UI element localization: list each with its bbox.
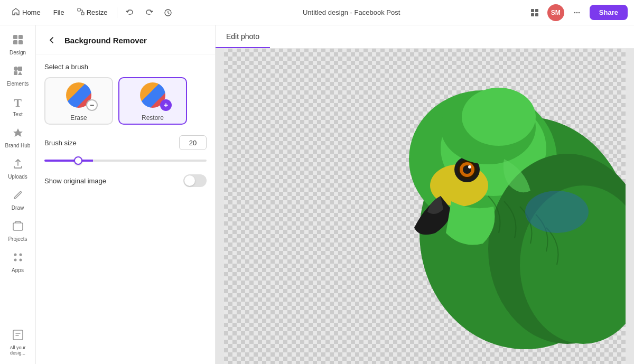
svg-point-22	[19, 259, 22, 262]
toggle-row: Show original image	[44, 174, 207, 187]
brush-size-slider[interactable]	[44, 160, 207, 162]
svg-rect-13	[18, 40, 23, 44]
sidebar-draw-label: Draw	[12, 205, 24, 211]
apps-icon	[12, 251, 24, 266]
avatar[interactable]: SM	[547, 4, 564, 21]
svg-rect-11	[18, 35, 23, 39]
elements-icon	[12, 65, 24, 79]
parrot-image	[303, 64, 626, 360]
svg-rect-23	[13, 330, 23, 340]
home-icon	[12, 7, 20, 17]
back-button[interactable]	[44, 33, 59, 48]
all-designs-icon	[12, 329, 24, 343]
svg-point-9	[579, 12, 580, 13]
projects-icon	[12, 220, 24, 235]
restore-brush-option[interactable]: + Restore	[118, 77, 187, 125]
svg-rect-18	[13, 223, 23, 230]
panel-header: Background Remover	[36, 25, 215, 54]
main-content: Design Elements T Text Brand Hub Uploads	[0, 25, 634, 364]
svg-point-14	[14, 67, 18, 71]
canvas-viewport[interactable]	[216, 49, 634, 364]
brush-size-input[interactable]	[179, 135, 207, 150]
svg-rect-3	[531, 9, 534, 12]
restore-visual: +	[136, 80, 170, 110]
svg-rect-6	[535, 13, 538, 16]
svg-marker-16	[18, 71, 22, 75]
sidebar-item-uploads[interactable]: Uploads	[3, 154, 33, 184]
svg-point-21	[14, 259, 16, 262]
topbar: Home File Resize Untitled design - Faceb…	[0, 0, 634, 25]
sidebar-all-designs-label: All your desig...	[5, 345, 31, 356]
sidebar-item-projects[interactable]: Projects	[3, 216, 33, 246]
sidebar-text-label: Text	[13, 111, 22, 117]
share-button[interactable]: Share	[590, 5, 628, 20]
sidebar-item-all-designs[interactable]: All your desig...	[3, 325, 33, 360]
svg-point-20	[19, 254, 22, 256]
sidebar-apps-label: Apps	[12, 267, 24, 273]
panel: Background Remover Select a brush − Era	[36, 25, 216, 364]
svg-point-37	[462, 88, 536, 146]
edit-photo-button[interactable]: Edit photo	[216, 25, 270, 48]
sidebar-item-apps[interactable]: Apps	[3, 247, 33, 277]
divider	[117, 7, 117, 18]
grid-button[interactable]	[526, 4, 543, 21]
erase-visual: −	[62, 80, 96, 110]
slider-container	[44, 154, 207, 164]
panel-body: Select a brush − Erase	[36, 54, 215, 364]
icon-sidebar: Design Elements T Text Brand Hub Uploads	[0, 25, 36, 364]
home-button[interactable]: Home	[6, 4, 46, 21]
brush-size-row: Brush size	[44, 135, 207, 150]
resize-button[interactable]: Resize	[72, 5, 113, 20]
show-original-toggle[interactable]	[183, 174, 207, 187]
svg-point-32	[468, 165, 471, 169]
brush-size-label: Brush size	[44, 139, 77, 147]
restore-plus-icon: +	[160, 99, 172, 111]
svg-point-7	[574, 12, 575, 13]
brush-options: − Erase + Restore	[44, 77, 207, 125]
sidebar-item-brand-hub[interactable]: Brand Hub	[3, 123, 33, 153]
sidebar-uploads-label: Uploads	[8, 174, 27, 180]
svg-rect-0	[78, 8, 80, 11]
topbar-right: SM Share	[526, 4, 628, 21]
svg-point-8	[576, 12, 577, 13]
svg-rect-12	[13, 40, 17, 44]
resize-label: Resize	[87, 8, 108, 16]
design-title[interactable]: Untitled design - Facebook Post	[299, 6, 404, 18]
erase-minus-icon: −	[86, 99, 98, 111]
sidebar-item-text[interactable]: T Text	[3, 92, 33, 122]
topbar-left: Home File Resize	[6, 4, 176, 21]
erase-label: Erase	[70, 114, 87, 122]
home-label: Home	[22, 8, 41, 16]
sidebar-item-elements[interactable]: Elements	[3, 61, 33, 91]
svg-point-35	[525, 191, 589, 233]
sidebar-brand-hub-label: Brand Hub	[5, 143, 31, 148]
design-icon	[12, 34, 24, 48]
avatar-initials: SM	[551, 9, 561, 16]
sidebar-projects-label: Projects	[8, 236, 27, 242]
redo-button[interactable]	[141, 4, 157, 21]
svg-point-19	[14, 254, 16, 256]
text-icon: T	[14, 96, 22, 110]
canvas-area: Edit photo	[216, 25, 634, 364]
sidebar-elements-label: Elements	[7, 81, 29, 87]
restore-label: Restore	[142, 114, 164, 122]
more-options-button[interactable]	[568, 4, 585, 21]
svg-rect-5	[531, 13, 534, 16]
sidebar-item-draw[interactable]: Draw	[3, 185, 33, 215]
topbar-center: Untitled design - Facebook Post	[181, 6, 521, 18]
undo-button[interactable]	[122, 4, 138, 21]
uploads-icon	[12, 158, 24, 172]
file-button[interactable]: File	[48, 5, 70, 20]
svg-rect-17	[14, 71, 17, 75]
history-button[interactable]	[160, 4, 176, 21]
svg-rect-4	[535, 9, 538, 12]
brush-section-label: Select a brush	[44, 63, 207, 71]
canvas-image-container	[224, 49, 626, 364]
svg-rect-15	[18, 67, 22, 71]
resize-icon	[77, 8, 85, 17]
sidebar-item-design[interactable]: Design	[3, 30, 33, 60]
svg-rect-10	[13, 35, 17, 39]
erase-brush-option[interactable]: − Erase	[44, 77, 113, 125]
brand-hub-icon	[12, 127, 24, 141]
edit-photo-tab: Edit photo	[216, 25, 634, 49]
